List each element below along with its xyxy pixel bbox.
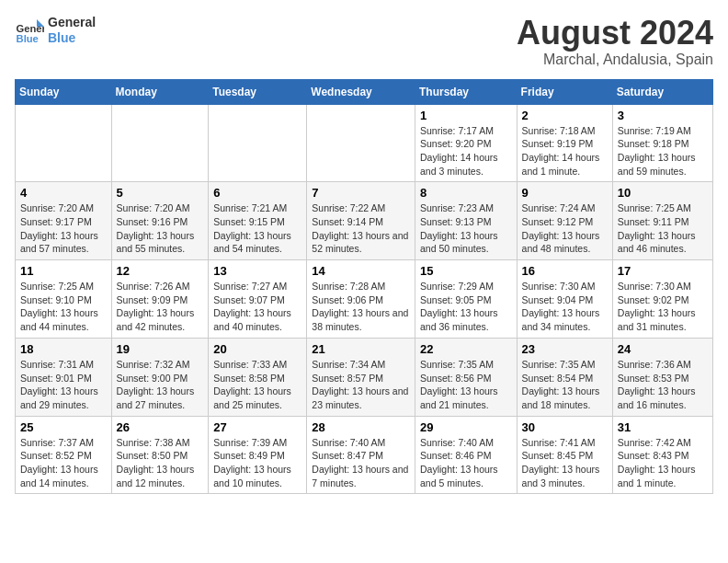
- calendar-cell: 3Sunrise: 7:19 AMSunset: 9:18 PMDaylight…: [612, 104, 712, 182]
- day-info: Sunrise: 7:27 AMSunset: 9:07 PMDaylight:…: [213, 280, 301, 334]
- calendar-week-4: 18Sunrise: 7:31 AMSunset: 9:01 PMDayligh…: [16, 338, 713, 416]
- day-info: Sunrise: 7:32 AMSunset: 9:00 PMDaylight:…: [117, 358, 204, 412]
- day-number: 26: [117, 420, 204, 434]
- day-number: 10: [618, 186, 708, 200]
- day-number: 16: [522, 264, 608, 278]
- day-info: Sunrise: 7:20 AMSunset: 9:17 PMDaylight:…: [20, 201, 107, 256]
- col-header-friday: Friday: [517, 79, 612, 104]
- calendar-cell: 26Sunrise: 7:38 AMSunset: 8:50 PMDayligh…: [111, 416, 209, 494]
- col-header-monday: Monday: [111, 79, 209, 104]
- day-number: 18: [20, 342, 107, 356]
- calendar-cell: 7Sunrise: 7:22 AMSunset: 9:14 PMDaylight…: [307, 182, 415, 260]
- day-number: 9: [522, 186, 608, 200]
- calendar-cell: 15Sunrise: 7:29 AMSunset: 9:05 PMDayligh…: [415, 260, 517, 339]
- calendar-header-row: SundayMondayTuesdayWednesdayThursdayFrid…: [16, 79, 713, 104]
- page-header: General Blue General Blue August 2024 Ma…: [15, 15, 713, 68]
- day-info: Sunrise: 7:35 AMSunset: 8:56 PMDaylight:…: [420, 358, 512, 412]
- day-info: Sunrise: 7:26 AMSunset: 9:09 PMDaylight:…: [117, 280, 204, 334]
- col-header-tuesday: Tuesday: [209, 79, 307, 104]
- day-number: 25: [20, 420, 107, 434]
- day-number: 13: [213, 264, 301, 278]
- calendar-cell: 31Sunrise: 7:42 AMSunset: 8:43 PMDayligh…: [612, 416, 712, 494]
- calendar-cell: 14Sunrise: 7:28 AMSunset: 9:06 PMDayligh…: [307, 260, 415, 339]
- calendar-cell: 20Sunrise: 7:33 AMSunset: 8:58 PMDayligh…: [209, 338, 307, 416]
- calendar-cell: 28Sunrise: 7:40 AMSunset: 8:47 PMDayligh…: [307, 416, 415, 494]
- day-info: Sunrise: 7:21 AMSunset: 9:15 PMDaylight:…: [213, 201, 301, 256]
- calendar-cell: 13Sunrise: 7:27 AMSunset: 9:07 PMDayligh…: [209, 260, 307, 339]
- day-info: Sunrise: 7:19 AMSunset: 9:18 PMDaylight:…: [618, 124, 708, 178]
- col-header-thursday: Thursday: [415, 79, 517, 104]
- calendar-cell: 17Sunrise: 7:30 AMSunset: 9:02 PMDayligh…: [612, 260, 712, 339]
- calendar-cell: 1Sunrise: 7:17 AMSunset: 9:20 PMDaylight…: [415, 104, 517, 182]
- day-info: Sunrise: 7:37 AMSunset: 8:52 PMDaylight:…: [20, 436, 107, 490]
- calendar-cell: 25Sunrise: 7:37 AMSunset: 8:52 PMDayligh…: [16, 416, 112, 494]
- day-number: 27: [213, 420, 301, 434]
- day-number: 12: [117, 264, 204, 278]
- day-number: 2: [522, 109, 608, 122]
- calendar-cell: 29Sunrise: 7:40 AMSunset: 8:46 PMDayligh…: [415, 416, 517, 494]
- day-info: Sunrise: 7:35 AMSunset: 8:54 PMDaylight:…: [522, 358, 608, 412]
- day-number: 19: [117, 342, 204, 356]
- day-number: 1: [420, 109, 512, 122]
- calendar-cell: 2Sunrise: 7:18 AMSunset: 9:19 PMDaylight…: [517, 104, 612, 182]
- day-number: 17: [618, 264, 708, 278]
- calendar-cell: 23Sunrise: 7:35 AMSunset: 8:54 PMDayligh…: [517, 338, 612, 416]
- title-block: August 2024 Marchal, Andalusia, Spain: [517, 15, 713, 68]
- day-info: Sunrise: 7:38 AMSunset: 8:50 PMDaylight:…: [117, 436, 204, 490]
- day-info: Sunrise: 7:42 AMSunset: 8:43 PMDaylight:…: [618, 436, 708, 490]
- logo: General Blue General Blue: [15, 15, 96, 46]
- calendar-week-1: 1Sunrise: 7:17 AMSunset: 9:20 PMDaylight…: [16, 104, 713, 182]
- day-number: 6: [213, 186, 301, 200]
- day-number: 23: [522, 342, 608, 356]
- logo-icon: General Blue: [15, 16, 44, 45]
- calendar-cell: 22Sunrise: 7:35 AMSunset: 8:56 PMDayligh…: [415, 338, 517, 416]
- day-info: Sunrise: 7:33 AMSunset: 8:58 PMDaylight:…: [213, 358, 301, 412]
- calendar-cell: 27Sunrise: 7:39 AMSunset: 8:49 PMDayligh…: [209, 416, 307, 494]
- calendar-cell: [16, 104, 112, 182]
- day-number: 5: [117, 186, 204, 200]
- day-number: 20: [213, 342, 301, 356]
- calendar-cell: 18Sunrise: 7:31 AMSunset: 9:01 PMDayligh…: [16, 338, 112, 416]
- day-info: Sunrise: 7:24 AMSunset: 9:12 PMDaylight:…: [522, 201, 608, 256]
- col-header-sunday: Sunday: [16, 79, 112, 104]
- calendar-cell: 4Sunrise: 7:20 AMSunset: 9:17 PMDaylight…: [16, 182, 112, 260]
- day-info: Sunrise: 7:23 AMSunset: 9:13 PMDaylight:…: [420, 201, 512, 256]
- calendar-cell: 9Sunrise: 7:24 AMSunset: 9:12 PMDaylight…: [517, 182, 612, 260]
- day-number: 11: [20, 264, 107, 278]
- day-number: 22: [420, 342, 512, 356]
- day-info: Sunrise: 7:30 AMSunset: 9:02 PMDaylight:…: [618, 280, 708, 334]
- calendar-week-3: 11Sunrise: 7:25 AMSunset: 9:10 PMDayligh…: [16, 260, 713, 339]
- day-info: Sunrise: 7:40 AMSunset: 8:46 PMDaylight:…: [420, 436, 512, 490]
- day-info: Sunrise: 7:20 AMSunset: 9:16 PMDaylight:…: [117, 201, 204, 256]
- day-number: 24: [618, 342, 708, 356]
- day-info: Sunrise: 7:30 AMSunset: 9:04 PMDaylight:…: [522, 280, 608, 334]
- calendar-cell: 10Sunrise: 7:25 AMSunset: 9:11 PMDayligh…: [612, 182, 712, 260]
- day-number: 30: [522, 420, 608, 434]
- day-info: Sunrise: 7:28 AMSunset: 9:06 PMDaylight:…: [312, 280, 410, 334]
- day-number: 14: [312, 264, 410, 278]
- day-info: Sunrise: 7:34 AMSunset: 8:57 PMDaylight:…: [312, 358, 410, 412]
- calendar-table: SundayMondayTuesdayWednesdayThursdayFrid…: [15, 79, 713, 495]
- day-info: Sunrise: 7:17 AMSunset: 9:20 PMDaylight:…: [420, 124, 512, 178]
- svg-text:Blue: Blue: [17, 33, 39, 44]
- col-header-saturday: Saturday: [612, 79, 712, 104]
- calendar-cell: 12Sunrise: 7:26 AMSunset: 9:09 PMDayligh…: [111, 260, 209, 339]
- day-info: Sunrise: 7:39 AMSunset: 8:49 PMDaylight:…: [213, 436, 301, 490]
- col-header-wednesday: Wednesday: [307, 79, 415, 104]
- day-number: 29: [420, 420, 512, 434]
- calendar-cell: [307, 104, 415, 182]
- day-number: 7: [312, 186, 410, 200]
- day-number: 28: [312, 420, 410, 434]
- calendar-cell: 8Sunrise: 7:23 AMSunset: 9:13 PMDaylight…: [415, 182, 517, 260]
- day-info: Sunrise: 7:25 AMSunset: 9:10 PMDaylight:…: [20, 280, 107, 334]
- calendar-week-2: 4Sunrise: 7:20 AMSunset: 9:17 PMDaylight…: [16, 182, 713, 260]
- calendar-cell: 5Sunrise: 7:20 AMSunset: 9:16 PMDaylight…: [111, 182, 209, 260]
- day-number: 3: [618, 109, 708, 122]
- day-info: Sunrise: 7:41 AMSunset: 8:45 PMDaylight:…: [522, 436, 608, 490]
- day-number: 15: [420, 264, 512, 278]
- day-info: Sunrise: 7:18 AMSunset: 9:19 PMDaylight:…: [522, 124, 608, 178]
- calendar-subtitle: Marchal, Andalusia, Spain: [517, 52, 713, 68]
- day-number: 4: [20, 186, 107, 200]
- calendar-week-5: 25Sunrise: 7:37 AMSunset: 8:52 PMDayligh…: [16, 416, 713, 494]
- calendar-cell: 30Sunrise: 7:41 AMSunset: 8:45 PMDayligh…: [517, 416, 612, 494]
